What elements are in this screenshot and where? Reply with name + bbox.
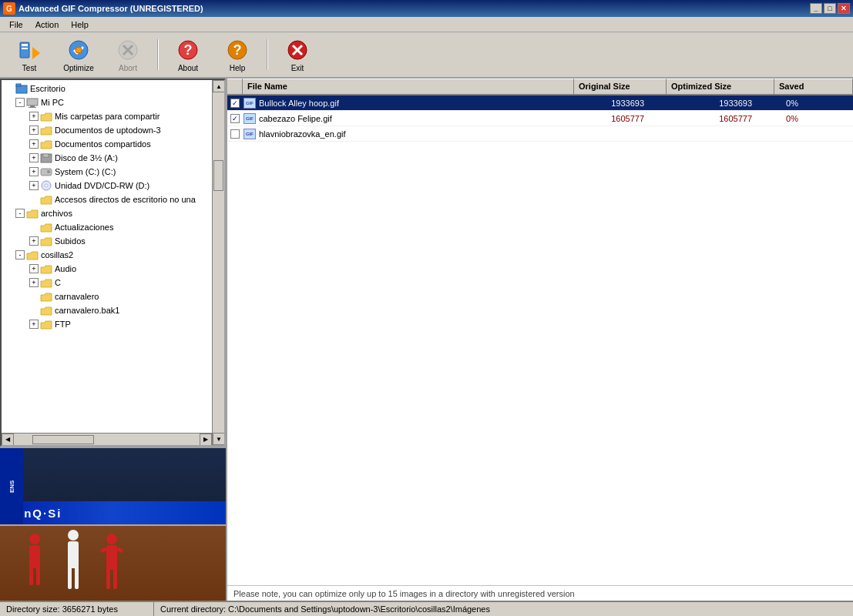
menu-action[interactable]: Action xyxy=(29,18,65,31)
tree-item-c[interactable]: + C xyxy=(2,276,212,290)
tree-toggle-audio[interactable]: + xyxy=(29,264,39,273)
tree-item-miscarpetas[interactable]: + Mis carpetas para compartir xyxy=(2,109,212,123)
tree-item-subidos[interactable]: + Subidos xyxy=(2,234,212,248)
tree-label-cosillas2: cosillas2 xyxy=(41,250,73,259)
svg-rect-17 xyxy=(30,105,35,107)
svg-rect-16 xyxy=(27,99,38,105)
file-icon-3: GIF xyxy=(243,128,257,140)
about-button[interactable]: ? About xyxy=(165,35,211,75)
minimize-button[interactable]: _ xyxy=(810,3,822,14)
file-list[interactable]: GIF Bullock Alley hoop.gif 1933693 19336… xyxy=(227,95,853,585)
file-icon-2: GIF xyxy=(243,112,257,125)
horiz-track[interactable] xyxy=(14,434,200,445)
notice-text: Please note, you can optimize only up to… xyxy=(233,589,575,598)
table-row[interactable]: GIF cabezazo Felipe.gif 1605777 1605777 … xyxy=(227,111,853,126)
exit-button[interactable]: Exit xyxy=(274,35,321,75)
horiz-thumb[interactable] xyxy=(32,435,94,444)
scroll-right-btn[interactable]: ▶ xyxy=(200,434,212,446)
optimize-button[interactable]: Optimize xyxy=(55,35,102,75)
file-optsize-1: 1933693 xyxy=(652,99,760,108)
checkbox-3[interactable] xyxy=(230,129,240,139)
svg-rect-34 xyxy=(106,545,117,570)
tree-label-actualizaciones: Actualizaciones xyxy=(55,223,113,232)
scroll-track[interactable] xyxy=(213,92,224,433)
main-content: Escritorio - Mi PC + Mis carpetas xyxy=(0,79,853,601)
tree-toggle-subidos[interactable]: + xyxy=(29,236,39,246)
test-button[interactable]: Test xyxy=(6,35,52,75)
tree-item-hdd[interactable]: + System (C:) (C:) xyxy=(2,165,212,179)
tree-item-archivos[interactable]: - archivos xyxy=(2,206,212,220)
tree-toggle-mipc[interactable]: - xyxy=(15,98,25,107)
svg-rect-35 xyxy=(106,567,110,589)
tree-toggle-archivos[interactable]: - xyxy=(15,209,25,218)
svg-marker-3 xyxy=(32,47,40,59)
help-button[interactable]: ? Help xyxy=(214,35,260,75)
col-header-origsize[interactable]: Original Size xyxy=(574,79,667,95)
scroll-thumb[interactable] xyxy=(213,160,223,191)
tree-toggle-miscarpetas[interactable]: + xyxy=(29,112,39,121)
computer-icon xyxy=(26,97,39,108)
tree-item-audio[interactable]: + Audio xyxy=(2,262,212,276)
checkbox-2[interactable] xyxy=(230,114,240,123)
optimize-icon xyxy=(66,38,91,62)
tree-item-actualizaciones[interactable]: Actualizaciones xyxy=(2,220,212,234)
tree-label-audio: Audio xyxy=(55,264,76,273)
file-origsize-2: 1605777 xyxy=(559,114,652,123)
tree-item-carnavalero-bak1[interactable]: carnavalero.bak1 xyxy=(2,303,212,317)
folder-icon-ftp xyxy=(40,319,52,330)
tree-scrollbar[interactable]: ▲ ▼ xyxy=(212,80,224,445)
test-icon xyxy=(17,38,42,62)
window-title: Advanced GIF Compressor (UNREGISTERED) xyxy=(18,4,810,13)
tree-label-miscarpetas: Mis carpetas para compartir xyxy=(55,112,160,121)
tree-toggle-c[interactable]: + xyxy=(29,278,39,287)
help-label: Help xyxy=(230,64,246,72)
tree-item-docs1[interactable]: + Documentos de uptodown-3 xyxy=(2,123,212,137)
exit-label: Exit xyxy=(291,64,304,72)
tree-item-accesos[interactable]: Accesos directos de escritorio no una xyxy=(2,192,212,206)
tree-item-ftp[interactable]: + FTP xyxy=(2,317,212,331)
close-button[interactable]: ✕ xyxy=(838,3,850,14)
tree-item-cosillas2[interactable]: - cosillas2 xyxy=(2,248,212,262)
svg-rect-37 xyxy=(100,547,107,553)
tree-toggle-floppy[interactable]: + xyxy=(29,153,39,162)
scroll-left-btn[interactable]: ◀ xyxy=(2,434,14,446)
tree-toggle-ftp[interactable]: + xyxy=(29,320,39,329)
tree-item-carnavalero[interactable]: carnavalero xyxy=(2,290,212,303)
col-header-saved[interactable]: Saved xyxy=(774,79,853,95)
col-header-optsize[interactable]: Optimized Size xyxy=(667,79,774,95)
tree-item-docs2[interactable]: + Documentos compartidos xyxy=(2,137,212,151)
status-left: Directory size: 3656271 bytes xyxy=(0,602,154,616)
menu-help[interactable]: Help xyxy=(65,18,95,31)
tree-toggle-dvd[interactable]: + xyxy=(29,181,39,190)
floppy-icon xyxy=(40,152,52,163)
tree-label-archivos: archivos xyxy=(41,209,72,218)
table-row[interactable]: GIF Bullock Alley hoop.gif 1933693 19336… xyxy=(227,95,853,111)
tree-item-floppy[interactable]: + Disco de 3½ (A:) xyxy=(2,151,212,165)
file-checkbox-1[interactable] xyxy=(227,99,243,108)
menu-file[interactable]: File xyxy=(3,18,29,31)
folder-icon-3 xyxy=(40,139,52,149)
scroll-up-btn[interactable]: ▲ xyxy=(213,80,225,92)
col-header-filename[interactable]: File Name xyxy=(243,79,574,95)
scroll-down-btn[interactable]: ▼ xyxy=(213,433,225,445)
tree-toggle-docs2[interactable]: + xyxy=(29,139,39,149)
tree-toggle-docs1[interactable]: + xyxy=(29,126,39,135)
file-checkbox-2[interactable] xyxy=(227,114,243,123)
tree-toggle-hdd[interactable]: + xyxy=(29,167,39,176)
window-controls: _ □ ✕ xyxy=(810,3,850,14)
tree-view[interactable]: Escritorio - Mi PC + Mis carpetas xyxy=(0,79,226,447)
maximize-button[interactable]: □ xyxy=(824,3,836,14)
table-row[interactable]: GIF hlavniobrazovka_en.gif xyxy=(227,126,853,142)
test-label: Test xyxy=(22,64,36,72)
tree-item-dvd[interactable]: + Unidad DVD/CD-RW (D:) xyxy=(2,179,212,192)
abort-button[interactable]: Abort xyxy=(105,35,151,75)
tree-horiz-scrollbar[interactable]: ◀ ▶ xyxy=(2,433,212,445)
folder-icon-carnavalerob xyxy=(40,305,52,316)
tree-item-escritorio[interactable]: Escritorio xyxy=(2,82,212,95)
svg-rect-36 xyxy=(113,567,117,589)
file-checkbox-3[interactable] xyxy=(227,129,243,139)
checkbox-1[interactable] xyxy=(230,99,240,108)
svg-point-29 xyxy=(68,530,79,541)
tree-toggle-cosillas2[interactable]: - xyxy=(15,250,25,259)
tree-item-mipc[interactable]: - Mi PC xyxy=(2,95,212,109)
